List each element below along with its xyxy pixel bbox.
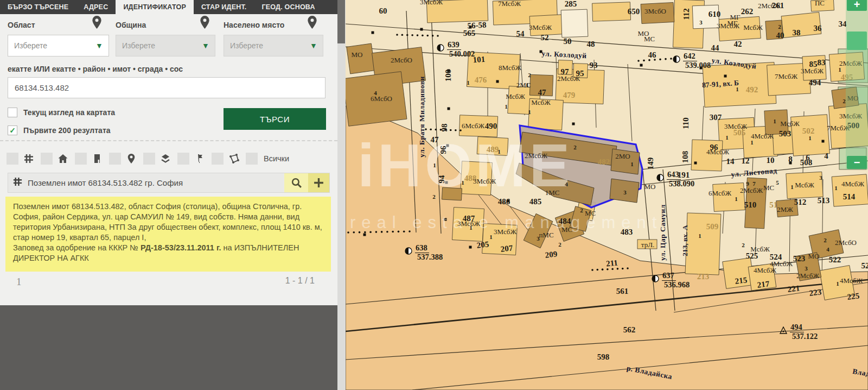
current-view-checkbox-row[interactable]: Текущ изглед на картата (8, 108, 115, 117)
order-prefix: Заповед за одобрение на КККР № (13, 243, 141, 252)
naseleno-pin-icon[interactable] (308, 16, 317, 29)
oblast-select[interactable]: Изберете ▼ (8, 35, 109, 56)
current-view-checkbox[interactable] (8, 108, 17, 117)
layer-checkbox-house[interactable] (41, 153, 53, 165)
house-icon (56, 152, 69, 166)
parcel-info-line1: Поземлен имот 68134.513.482, област Софи… (13, 202, 322, 242)
naseleno-select: Изберете ▼ (224, 35, 323, 56)
page-number[interactable]: 1 (16, 276, 22, 288)
layers-icon (159, 152, 172, 166)
panel-divider[interactable] (337, 0, 346, 390)
zoom-out-button[interactable]: − (847, 156, 867, 169)
zoom-slider-track[interactable] (846, 0, 868, 169)
polygon-icon (227, 152, 240, 166)
first200-label: Първите 200 резултата (23, 126, 111, 135)
panel-empty-area (0, 305, 337, 390)
flag-icon (193, 152, 206, 166)
oblast-pin-icon[interactable] (92, 16, 101, 29)
parcel-info-box: Поземлен имот 68134.513.482, област Софи… (5, 197, 331, 272)
app-window: БЪРЗО ТЪРСЕНЕАДРЕСИДЕНТИФИКАТОРСТАР ИДЕН… (0, 0, 868, 390)
add-result-button[interactable] (308, 173, 329, 192)
result-range: 1 - 1 / 1 (285, 276, 315, 286)
tab-4[interactable]: СТАР ИДЕНТ. (194, 0, 254, 14)
oblast-label: Област (8, 21, 35, 29)
obshtina-label: Община (116, 21, 146, 29)
zoom-slider-thumb[interactable] (847, 32, 867, 50)
first200-checkbox[interactable]: ✓ (8, 125, 17, 135)
tab-5[interactable]: ГЕОД. ОСНОВА (254, 0, 323, 14)
obshtina-select: Изберете ▼ (116, 35, 215, 56)
pagination-bar: 1 1 - 1 / 1 (0, 272, 337, 305)
layer-checkbox-layers[interactable] (143, 153, 155, 165)
layer-checkbox-flag[interactable] (177, 153, 189, 165)
current-view-label: Текущ изглед на картата (23, 108, 115, 117)
naseleno-label: Населено място (224, 21, 284, 29)
layer-checkbox-pin[interactable] (109, 153, 121, 165)
cadastral-map-drawing (346, 0, 868, 390)
panel-collapse-handle[interactable] (337, 0, 345, 43)
first200-checkbox-row[interactable]: ✓ Първите 200 резултата (8, 125, 111, 135)
parcel-grid-icon (12, 177, 23, 189)
result-row[interactable]: Поземлен имот 68134.513.482 гр. София (8, 173, 330, 193)
tab-3[interactable]: ИДЕНТИФИКАТОР (116, 0, 194, 14)
layer-checkbox-all[interactable] (246, 153, 258, 165)
map-canvas[interactable]: iHOME real estate management ул. Козлоду… (346, 0, 868, 390)
identifier-input[interactable] (8, 77, 326, 98)
layer-checkbox-grid[interactable] (7, 153, 18, 165)
obshtina-select-value: Изберете (122, 41, 155, 50)
layer-filter-row: Всички (7, 152, 289, 166)
layer-checkbox-polygon[interactable] (212, 153, 224, 165)
tab-2[interactable]: АДРЕС (76, 0, 116, 14)
building-icon (91, 152, 104, 166)
zoom-to-result-button[interactable] (284, 173, 308, 192)
chevron-down-icon: ▼ (90, 35, 108, 56)
zoom-in-button[interactable]: + (847, 0, 867, 11)
naseleno-select-value: Изберете (230, 41, 263, 50)
pin-icon (125, 152, 138, 166)
result-title: Поземлен имот 68134.513.482 гр. София (28, 178, 284, 187)
search-panel: БЪРЗО ТЪРСЕНЕАДРЕСИДЕНТИФИКАТОРСТАР ИДЕН… (0, 0, 337, 390)
chevron-down-icon: ▼ (196, 35, 215, 56)
obshtina-pin-icon[interactable] (200, 16, 209, 29)
layer-checkbox-building[interactable] (75, 153, 87, 165)
search-button[interactable]: ТЪРСИ (224, 108, 326, 130)
separator (0, 140, 337, 141)
layers-all-label: Всички (264, 154, 289, 163)
chevron-down-icon: ▼ (304, 35, 323, 56)
tab-1[interactable]: БЪРЗО ТЪРСЕНЕ (0, 0, 76, 14)
grid-icon (22, 152, 35, 166)
oblast-select-value: Изберете (14, 41, 47, 50)
tab-bar: БЪРЗО ТЪРСЕНЕАДРЕСИДЕНТИФИКАТОРСТАР ИДЕН… (0, 0, 337, 14)
order-number: РД-18-53/23.11.2011 г. (141, 243, 221, 252)
ekatte-label: екатте ИЛИ екатте • район • имот • сград… (8, 65, 183, 73)
